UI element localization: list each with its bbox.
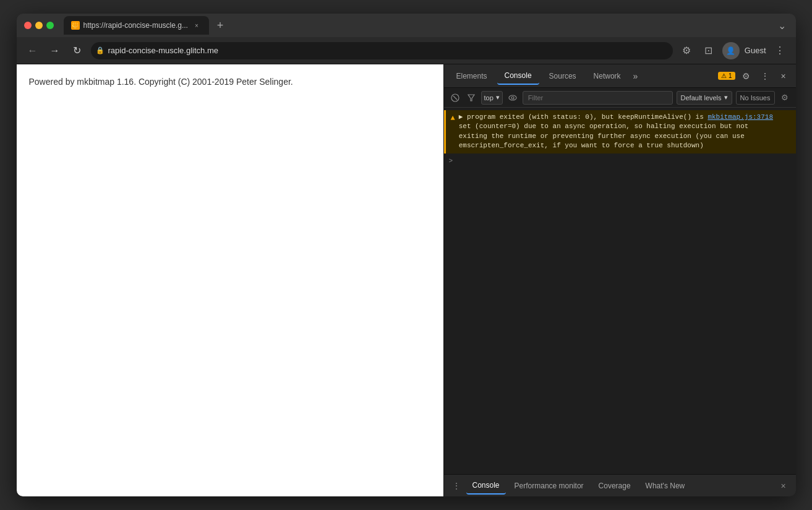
browser-tab[interactable]: 🔱 https://rapid-concise-muscle.g... × bbox=[64, 16, 209, 35]
profile-label: Guest bbox=[745, 46, 766, 55]
devtools-more-button[interactable]: ⋮ bbox=[758, 69, 772, 84]
forward-button[interactable]: → bbox=[46, 42, 64, 59]
devtools-bottom-bar: ⋮ Console Performance monitor Coverage W… bbox=[444, 474, 796, 496]
eye-icon[interactable] bbox=[506, 92, 519, 104]
maximize-window-button[interactable] bbox=[46, 22, 54, 29]
toolbar-icons: ⚙ ⊡ 👤 Guest ⋮ bbox=[678, 42, 788, 59]
main-area: Powered by mkbitmap 1.16. Copyright (C) … bbox=[17, 64, 796, 496]
svg-marker-2 bbox=[468, 95, 474, 101]
filter-icon bbox=[465, 92, 477, 104]
bottom-tab-performance-monitor[interactable]: Performance monitor bbox=[508, 477, 590, 495]
default-levels-selector[interactable]: Default levels ▾ bbox=[677, 91, 732, 105]
refresh-button[interactable]: ↻ bbox=[69, 42, 86, 59]
console-warning-message: ▲ ▶ program exited (with status: 0), but… bbox=[444, 110, 796, 153]
devtools-tabs-more[interactable]: » bbox=[631, 69, 641, 84]
tab-title: https://rapid-concise-muscle.g... bbox=[83, 21, 188, 30]
console-settings-button[interactable]: ⚙ bbox=[779, 92, 791, 104]
warning-badge[interactable]: ⚠ 1 bbox=[718, 72, 735, 80]
devtools-close-button[interactable]: × bbox=[776, 69, 791, 84]
extension-icon[interactable]: ⚙ bbox=[678, 42, 695, 59]
address-input[interactable]: 🔒 rapid-concise-muscle.glitch.me bbox=[91, 42, 673, 59]
console-message-text: ▶ program exited (with status: 0), but k… bbox=[459, 113, 791, 151]
context-arrow: ▾ bbox=[496, 93, 500, 102]
address-text: rapid-concise-muscle.glitch.me bbox=[108, 46, 218, 55]
webpage-text: Powered by mkbitmap 1.16. Copyright (C) … bbox=[29, 77, 431, 87]
browser-window: 🔱 https://rapid-concise-muscle.g... × + … bbox=[17, 14, 796, 496]
traffic-lights bbox=[24, 22, 54, 29]
message-prefix: ▶ bbox=[459, 113, 467, 121]
bottom-tab-console[interactable]: Console bbox=[466, 477, 506, 495]
message-text-part2: set (counter=0) due to an async operatio… bbox=[459, 123, 749, 149]
levels-arrow: ▾ bbox=[724, 93, 728, 102]
context-selector[interactable]: top ▾ bbox=[481, 91, 503, 105]
svg-point-3 bbox=[509, 95, 516, 100]
more-options-button[interactable]: ⋮ bbox=[771, 42, 788, 59]
svg-line-1 bbox=[453, 96, 457, 100]
tab-favicon: 🔱 bbox=[71, 21, 80, 30]
tab-network[interactable]: Network bbox=[586, 67, 628, 85]
message-text-part1: program exited (with status: 0), but kee… bbox=[467, 113, 707, 121]
tab-close-button[interactable]: × bbox=[192, 20, 202, 30]
bottom-tab-whats-new[interactable]: What's New bbox=[639, 477, 691, 495]
address-bar: ← → ↻ 🔒 rapid-concise-muscle.glitch.me ⚙… bbox=[17, 37, 796, 64]
tab-bar: 🔱 https://rapid-concise-muscle.g... × + … bbox=[64, 16, 788, 35]
context-label: top bbox=[484, 94, 494, 102]
profile-avatar[interactable]: 👤 bbox=[722, 42, 740, 59]
devtools-settings-button[interactable]: ⚙ bbox=[739, 69, 754, 84]
tab-sources[interactable]: Sources bbox=[542, 67, 584, 85]
warning-icon: ▲ bbox=[451, 113, 455, 124]
title-bar: 🔱 https://rapid-concise-muscle.g... × + … bbox=[17, 14, 796, 37]
prompt-arrow: > bbox=[449, 157, 453, 165]
devtools-header: Elements Console Sources Network » ⚠ 1 ⚙… bbox=[444, 64, 796, 88]
levels-label: Default levels bbox=[681, 94, 722, 102]
split-view-icon[interactable]: ⊡ bbox=[700, 42, 717, 59]
lock-icon: 🔒 bbox=[96, 46, 105, 54]
back-button[interactable]: ← bbox=[24, 42, 41, 59]
tab-console[interactable]: Console bbox=[497, 67, 539, 85]
console-content: ▲ ▶ program exited (with status: 0), but… bbox=[444, 108, 796, 474]
bottom-bar-close-button[interactable]: × bbox=[776, 478, 791, 493]
bottom-tab-coverage[interactable]: Coverage bbox=[592, 477, 637, 495]
new-tab-button[interactable]: + bbox=[212, 17, 229, 34]
bottom-bar-icon[interactable]: ⋮ bbox=[449, 478, 464, 493]
close-window-button[interactable] bbox=[24, 22, 32, 29]
console-toolbar: top ▾ Default levels ▾ No Issues ⚙ bbox=[444, 88, 796, 108]
no-issues-badge[interactable]: No Issues bbox=[736, 91, 775, 105]
devtools-header-end: ⚠ 1 ⚙ ⋮ × bbox=[718, 69, 790, 84]
webpage-content: Powered by mkbitmap 1.16. Copyright (C) … bbox=[17, 64, 443, 496]
filter-input[interactable] bbox=[523, 91, 673, 105]
console-input-row[interactable]: > bbox=[444, 153, 796, 168]
clear-console-button[interactable] bbox=[449, 92, 461, 104]
svg-point-4 bbox=[511, 97, 514, 99]
tab-elements[interactable]: Elements bbox=[449, 67, 495, 85]
devtools-panel: Elements Console Sources Network » ⚠ 1 ⚙… bbox=[443, 64, 796, 496]
minimize-window-button[interactable] bbox=[35, 22, 43, 29]
tab-dropdown-button[interactable]: ⌄ bbox=[776, 17, 788, 34]
console-link[interactable]: mkbitmap.js:3718 bbox=[707, 113, 773, 121]
